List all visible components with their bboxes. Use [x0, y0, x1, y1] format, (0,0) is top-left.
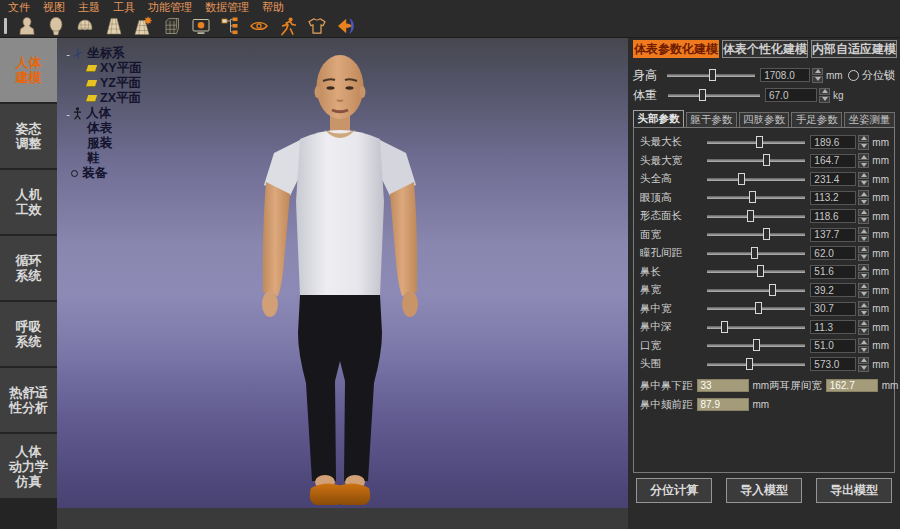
head-max-width-spinner[interactable]: [858, 153, 869, 168]
percentile-calc-button[interactable]: 分位计算: [636, 478, 712, 503]
body-height-spin-down-icon[interactable]: [812, 76, 823, 83]
body-weight-slider[interactable]: [668, 94, 760, 97]
menu-item-data-management[interactable]: 数据管理: [205, 1, 249, 15]
body-height-spin-up-icon[interactable]: [812, 68, 823, 75]
morph-face-length-spin-up-icon[interactable]: [858, 209, 869, 216]
tab-torso-params[interactable]: 躯干参数: [686, 112, 737, 127]
sidebar-item-human-dynamics-simulation[interactable]: 人体 动力学 仿真: [0, 434, 57, 498]
menu-item-help[interactable]: 帮助: [262, 1, 284, 15]
body-height-slider-knob[interactable]: [709, 69, 716, 81]
morph-face-length-spin-down-icon[interactable]: [858, 217, 869, 224]
toolbar-grip[interactable]: [4, 18, 7, 34]
sidebar-item-human-modeling[interactable]: 人体 建模: [0, 38, 57, 102]
hair-mesh-icon[interactable]: [75, 16, 95, 36]
head-total-height-slider-knob[interactable]: [738, 173, 745, 185]
head-circumference-slider[interactable]: [707, 363, 805, 366]
head-circumference-value[interactable]: 573.0: [810, 357, 856, 371]
nose-width-slider[interactable]: [707, 289, 805, 292]
eye-vertex-height-slider-knob[interactable]: [749, 191, 756, 203]
mouth-width-spinner[interactable]: [858, 338, 869, 353]
nose-length-spinner[interactable]: [858, 264, 869, 279]
eye-vertex-height-spin-down-icon[interactable]: [858, 198, 869, 205]
tree-node-zx-plane[interactable]: ZX平面: [63, 91, 253, 106]
head-max-length-slider-knob[interactable]: [756, 136, 763, 148]
body-weight-spin-down-icon[interactable]: [819, 96, 830, 103]
nose-mid-depth-spin-down-icon[interactable]: [858, 328, 869, 335]
nose-length-spin-up-icon[interactable]: [858, 264, 869, 271]
tree-node-coordinate-system[interactable]: -坐标系: [63, 46, 253, 61]
menu-item-function-management[interactable]: 功能管理: [148, 1, 192, 15]
head-max-length-slider[interactable]: [707, 141, 805, 144]
head-side-icon[interactable]: [46, 16, 66, 36]
head-total-height-spin-down-icon[interactable]: [858, 180, 869, 187]
eye-vertex-height-spinner[interactable]: [858, 190, 869, 205]
mouth-width-slider[interactable]: [707, 344, 805, 347]
nose-length-slider-knob[interactable]: [757, 265, 764, 277]
tab-internal-adaptive-modeling[interactable]: 内部自适应建模: [811, 40, 897, 58]
percentile-lock-radio[interactable]: [848, 70, 859, 81]
mouth-width-spin-up-icon[interactable]: [858, 338, 869, 345]
tree-structure-icon[interactable]: [220, 16, 240, 36]
nose-mid-depth-slider[interactable]: [707, 326, 805, 329]
pupil-distance-value[interactable]: 62.0: [810, 246, 856, 260]
head-total-height-value[interactable]: 231.4: [810, 172, 856, 186]
tab-surface-parametric-modeling[interactable]: 体表参数化建模: [633, 40, 719, 58]
tree-node-xy-plane[interactable]: XY平面: [63, 61, 253, 76]
skirt-mesh-icon[interactable]: [104, 16, 124, 36]
tab-sitting-measure[interactable]: 坐姿测量: [844, 112, 895, 127]
nose-mid-width-slider-knob[interactable]: [755, 302, 762, 314]
body-height-spinner[interactable]: [812, 68, 823, 83]
head-max-width-spin-down-icon[interactable]: [858, 161, 869, 168]
grid-cube-icon[interactable]: [162, 16, 182, 36]
import-model-button[interactable]: 导入模型: [726, 478, 802, 503]
nose-mid-width-spin-up-icon[interactable]: [858, 301, 869, 308]
nose-mid-width-spinner[interactable]: [858, 301, 869, 316]
sidebar-item-posture-adjust[interactable]: 姿态 调整: [0, 104, 57, 168]
eye-vertex-height-value[interactable]: 113.2: [810, 191, 856, 205]
mouth-width-value[interactable]: 51.0: [810, 339, 856, 353]
nose-mid-width-slider[interactable]: [707, 307, 805, 310]
nose-width-slider-knob[interactable]: [769, 284, 776, 296]
menu-item-file[interactable]: 文件: [8, 1, 30, 15]
eye-vertex-height-spin-up-icon[interactable]: [858, 190, 869, 197]
tree-node-clothing[interactable]: 服装: [63, 136, 253, 151]
face-width-spin-up-icon[interactable]: [858, 227, 869, 234]
head-max-length-value[interactable]: 189.6: [810, 135, 856, 149]
pupil-distance-spin-down-icon[interactable]: [858, 254, 869, 261]
nose-length-slider[interactable]: [707, 270, 805, 273]
body-height-value[interactable]: 1708.0: [760, 68, 810, 82]
pupil-distance-spin-up-icon[interactable]: [858, 246, 869, 253]
head-circumference-spin-up-icon[interactable]: [858, 357, 869, 364]
head-total-height-slider[interactable]: [707, 178, 805, 181]
tree-node-shoes[interactable]: 鞋: [63, 151, 253, 166]
3d-viewport[interactable]: -坐标系XY平面YZ平面ZX平面-人体体表服装鞋装备: [57, 38, 628, 529]
body-weight-spin-up-icon[interactable]: [819, 88, 830, 95]
nose-mid-depth-value[interactable]: 11.3: [810, 320, 856, 334]
sidebar-item-ergonomics[interactable]: 人机 工效: [0, 170, 57, 234]
head-circumference-spin-down-icon[interactable]: [858, 365, 869, 372]
head-max-length-spin-up-icon[interactable]: [858, 135, 869, 142]
sidebar-item-circulatory-system[interactable]: 循环 系统: [0, 236, 57, 300]
runner-icon[interactable]: [278, 16, 298, 36]
human-model[interactable]: [255, 52, 425, 507]
nose-length-value[interactable]: 51.6: [810, 265, 856, 279]
tree-node-human-body[interactable]: -人体: [63, 106, 253, 121]
nose-length-spin-down-icon[interactable]: [858, 272, 869, 279]
pupil-distance-spinner[interactable]: [858, 246, 869, 261]
nose-mid-width-value[interactable]: 30.7: [810, 302, 856, 316]
skirt-gear-icon[interactable]: [133, 16, 153, 36]
tree-expander-human-body[interactable]: -: [63, 108, 73, 120]
nose-mid-depth-slider-knob[interactable]: [721, 321, 728, 333]
pupil-distance-slider[interactable]: [707, 252, 805, 255]
face-width-value[interactable]: 137.7: [810, 228, 856, 242]
mouth-width-spin-down-icon[interactable]: [858, 346, 869, 353]
pupil-distance-slider-knob[interactable]: [751, 247, 758, 259]
tab-head-params[interactable]: 头部参数: [633, 110, 684, 127]
display-icon[interactable]: [191, 16, 211, 36]
menu-item-theme[interactable]: 主题: [78, 1, 100, 15]
head-circumference-slider-knob[interactable]: [746, 358, 753, 370]
tree-expander-coordinate-system[interactable]: -: [63, 48, 73, 60]
head-total-height-spinner[interactable]: [858, 172, 869, 187]
nose-mid-depth-spinner[interactable]: [858, 320, 869, 335]
tree-node-equipment[interactable]: 装备: [63, 166, 253, 181]
